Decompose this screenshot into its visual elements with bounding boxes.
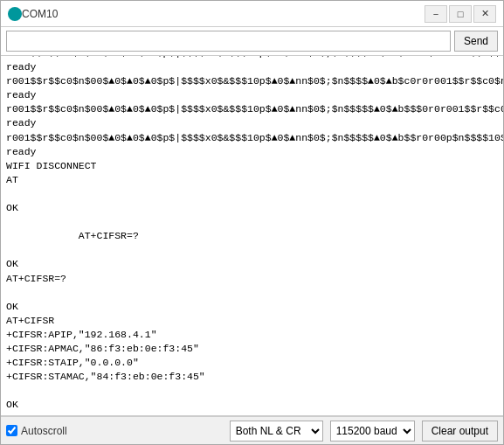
bottom-toolbar: Autoscroll No line endingNewlineCarriage… [1, 416, 503, 444]
message-input[interactable] [6, 31, 451, 52]
titlebar-controls: − □ ✕ [425, 5, 496, 23]
line-ending-select[interactable]: No line endingNewlineCarriage returnBoth… [230, 421, 323, 442]
autoscroll-label[interactable]: Autoscroll [6, 425, 67, 437]
input-row: Send [1, 27, 503, 56]
send-button[interactable]: Send [454, 31, 498, 52]
titlebar-title: COM10 [22, 8, 425, 20]
maximize-button[interactable]: □ [449, 5, 472, 23]
clear-output-button[interactable]: Clear output [422, 421, 498, 442]
autoscroll-text: Autoscroll [21, 425, 67, 437]
titlebar: COM10 − □ ✕ [1, 1, 503, 27]
output-area: r001$$r$$c0$n$00$▲0$▲0$▲0$p$|$$$$x0$&$$$… [1, 56, 503, 416]
arduino-icon [8, 7, 22, 21]
close-button[interactable]: ✕ [473, 5, 496, 23]
baud-rate-select[interactable]: 300 baud1200 baud2400 baud4800 baud9600 … [330, 421, 415, 442]
autoscroll-checkbox[interactable] [6, 425, 17, 436]
minimize-button[interactable]: − [425, 5, 447, 23]
